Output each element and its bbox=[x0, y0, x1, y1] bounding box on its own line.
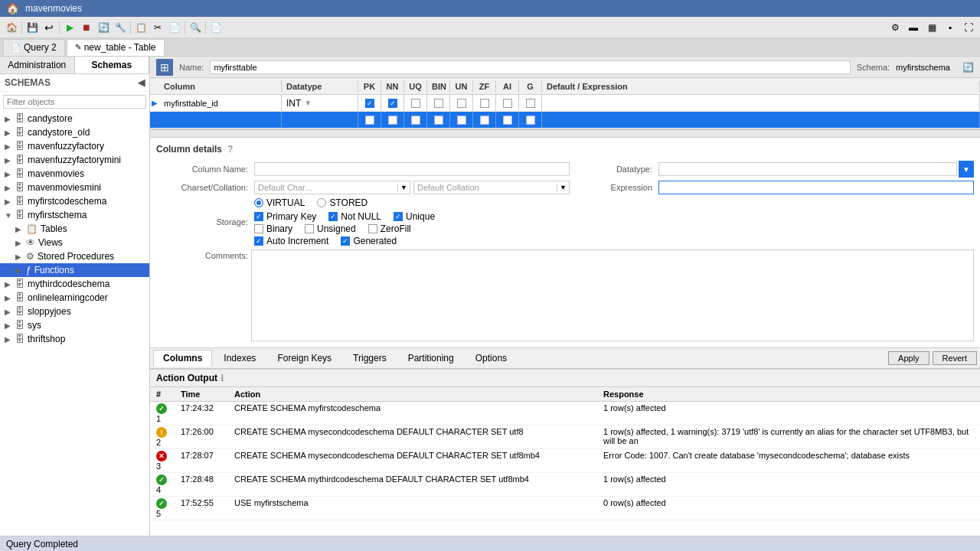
apply-button[interactable]: Apply bbox=[888, 351, 929, 365]
horizontal-scrollbar[interactable] bbox=[150, 129, 980, 137]
toolbar-undo[interactable]: ↩ bbox=[41, 19, 57, 36]
grid-row-1[interactable]: ▶ myfirsttable_id INT ▼ ✓ ✓ bbox=[150, 95, 980, 112]
datatype-input[interactable] bbox=[658, 162, 957, 176]
tree-toggle[interactable]: ▶ bbox=[15, 225, 26, 233]
zf-checkbox-2[interactable] bbox=[480, 116, 489, 125]
ai-checkbox-2[interactable] bbox=[503, 116, 512, 125]
sidebar-item-mavenmovies[interactable]: ▶ 🗄 mavenmovies bbox=[0, 167, 149, 181]
sidebar-item-sys[interactable]: ▶ 🗄 sys bbox=[0, 318, 149, 332]
grid-cell-bin-2[interactable] bbox=[427, 112, 450, 128]
nn-checkbox-2[interactable] bbox=[388, 116, 397, 125]
tab-foreign-keys[interactable]: Foreign Keys bbox=[267, 350, 341, 367]
sidebar-collapse-icon[interactable]: ◀ bbox=[138, 77, 145, 88]
tree-toggle[interactable]: ▶ bbox=[5, 335, 15, 344]
tree-toggle[interactable]: ▶ bbox=[5, 308, 15, 316]
sidebar-item-tables[interactable]: ▶ 📋 Tables bbox=[0, 222, 149, 236]
comments-textarea[interactable] bbox=[251, 249, 974, 341]
grid-cell-column-2[interactable] bbox=[159, 112, 282, 128]
sidebar-item-mythirdcodeschema[interactable]: ▶ 🗄 mythirdcodeschema bbox=[0, 277, 149, 291]
grid-cell-datatype-2[interactable] bbox=[282, 112, 358, 128]
sidebar-tab-administration[interactable]: Administration bbox=[0, 57, 75, 73]
toolbar-home[interactable]: 🏠 bbox=[3, 19, 20, 36]
grid-cell-ai-1[interactable] bbox=[496, 95, 519, 111]
toolbar-run[interactable]: ▶ bbox=[61, 19, 78, 36]
nn-cb[interactable]: ✓ bbox=[328, 212, 338, 221]
toolbar-layout-2[interactable]: ▦ bbox=[923, 19, 940, 36]
toolbar-refresh[interactable]: 🔄 bbox=[95, 19, 112, 36]
zf-checkbox-1[interactable] bbox=[480, 99, 489, 108]
tree-toggle[interactable]: ▶ bbox=[15, 253, 26, 261]
zerofill-cb[interactable] bbox=[368, 224, 377, 233]
toolbar-copy[interactable]: 📋 bbox=[132, 19, 149, 36]
bin-checkbox-1[interactable] bbox=[434, 99, 443, 108]
tree-toggle[interactable]: ▶ bbox=[15, 266, 26, 275]
un-checkbox-2[interactable] bbox=[457, 116, 466, 125]
grid-cell-un-1[interactable] bbox=[450, 95, 473, 111]
tree-toggle[interactable]: ▶ bbox=[5, 197, 15, 206]
tree-toggle[interactable]: ▶ bbox=[5, 280, 15, 289]
toolbar-paste[interactable]: 📄 bbox=[166, 19, 183, 36]
tab-new-table[interactable]: ✎ new_table - Table bbox=[67, 39, 165, 56]
sidebar-item-mavenfuzzyfactorymini[interactable]: ▶ 🗄 mavenfuzzyfactorymini bbox=[0, 153, 149, 167]
filter-input[interactable] bbox=[3, 95, 146, 109]
grid-cell-pk-1[interactable]: ✓ bbox=[358, 95, 381, 111]
generated-cb[interactable]: ✓ bbox=[341, 236, 350, 246]
pk-checkbox-1[interactable]: ✓ bbox=[365, 99, 374, 108]
refresh-icon[interactable]: 🔄 bbox=[962, 62, 974, 73]
datatype-dropdown-btn[interactable]: ▼ bbox=[959, 161, 974, 178]
tab-query2[interactable]: 📄 Query 2 bbox=[3, 39, 65, 56]
datatype-arrow[interactable]: ▼ bbox=[304, 99, 312, 107]
expression-input[interactable] bbox=[658, 181, 974, 194]
sidebar-tab-schemas[interactable]: Schemas bbox=[75, 57, 150, 73]
grid-cell-un-2[interactable] bbox=[450, 112, 473, 128]
name-input[interactable] bbox=[210, 60, 850, 74]
g-checkbox-1[interactable] bbox=[526, 99, 535, 108]
charset-dropdown[interactable]: ▼ bbox=[397, 184, 410, 191]
grid-cell-uq-1[interactable] bbox=[404, 95, 427, 111]
toolbar-search[interactable]: 🔍 bbox=[187, 19, 204, 36]
grid-cell-nn-1[interactable]: ✓ bbox=[381, 95, 404, 111]
storage-stored-radio[interactable] bbox=[317, 198, 326, 207]
grid-cell-g-2[interactable] bbox=[519, 112, 542, 128]
toolbar-maximize[interactable]: ⛶ bbox=[960, 19, 977, 36]
grid-cell-zf-1[interactable] bbox=[473, 95, 496, 111]
pk-checkbox-2[interactable] bbox=[365, 116, 374, 125]
tree-toggle[interactable]: ▶ bbox=[5, 115, 15, 123]
grid-cell-default-1[interactable] bbox=[542, 95, 980, 111]
g-checkbox-2[interactable] bbox=[526, 116, 535, 125]
ai-checkbox-1[interactable] bbox=[503, 99, 512, 108]
autoinc-cb[interactable]: ✓ bbox=[254, 236, 263, 246]
bin-checkbox-2[interactable] bbox=[434, 116, 443, 125]
home-icon[interactable]: 🏠 bbox=[6, 2, 19, 15]
tab-partitioning[interactable]: Partitioning bbox=[398, 350, 464, 367]
toolbar-settings[interactable]: 🔧 bbox=[112, 19, 129, 36]
tree-toggle[interactable]: ▶ bbox=[5, 184, 15, 192]
column-name-input[interactable] bbox=[254, 162, 570, 176]
sidebar-item-candystore-old[interactable]: ▶ 🗄 candystore_old bbox=[0, 126, 149, 139]
sidebar-item-sloppyjoes[interactable]: ▶ 🗄 sloppyjoes bbox=[0, 305, 149, 318]
tree-toggle[interactable]: ▶ bbox=[5, 321, 15, 330]
sidebar-item-thriftshop[interactable]: ▶ 🗄 thriftshop bbox=[0, 332, 149, 346]
toolbar-config[interactable]: ⚙ bbox=[887, 19, 903, 36]
grid-cell-zf-2[interactable] bbox=[473, 112, 496, 128]
grid-cell-bin-1[interactable] bbox=[427, 95, 450, 111]
revert-button[interactable]: Revert bbox=[933, 351, 977, 365]
uq-checkbox-2[interactable] bbox=[411, 116, 420, 125]
un-checkbox-1[interactable] bbox=[457, 99, 466, 108]
sidebar-item-views[interactable]: ▶ 👁 Views bbox=[0, 236, 149, 249]
grid-cell-nn-2[interactable] bbox=[381, 112, 404, 128]
tree-toggle[interactable]: ▶ bbox=[5, 142, 15, 151]
tree-toggle[interactable]: ▶ bbox=[5, 294, 15, 302]
grid-cell-uq-2[interactable] bbox=[404, 112, 427, 128]
grid-cell-ai-2[interactable] bbox=[496, 112, 519, 128]
sidebar-item-mavenmoviesmini[interactable]: ▶ 🗄 mavenmoviesmini bbox=[0, 181, 149, 194]
toolbar-cut[interactable]: ✂ bbox=[149, 19, 166, 36]
sidebar-item-candystore[interactable]: ▶ 🗄 candystore bbox=[0, 112, 149, 126]
tab-indexes[interactable]: Indexes bbox=[214, 350, 266, 367]
toolbar-layout-3[interactable]: ▪ bbox=[942, 19, 959, 36]
tree-toggle[interactable]: ▶ bbox=[5, 170, 15, 178]
sidebar-item-mavenfuzzyfactory[interactable]: ▶ 🗄 mavenfuzzyfactory bbox=[0, 139, 149, 153]
tree-toggle[interactable]: ▶ bbox=[5, 156, 15, 165]
grid-cell-column-1[interactable]: myfirsttable_id bbox=[159, 95, 282, 111]
binary-cb[interactable] bbox=[254, 224, 263, 233]
